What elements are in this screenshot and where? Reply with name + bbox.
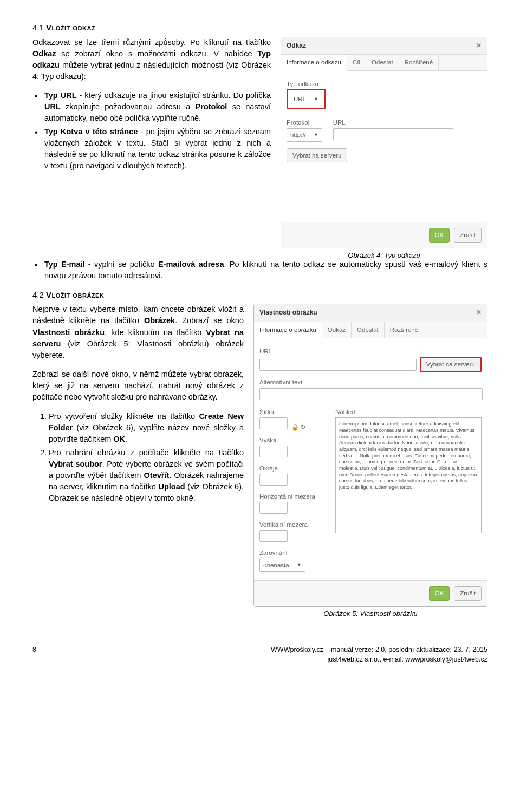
server-button[interactable]: Vybrat na serveru — [420, 357, 482, 372]
para-2: Nejprve v textu vyberte místo, kam chcet… — [32, 304, 244, 361]
bullets-1-cont: Typ E-mail - vyplní se políčko E-mailová… — [32, 259, 487, 281]
url-label: URL — [259, 347, 482, 356]
protokol-select[interactable]: http://▼ — [287, 128, 322, 142]
tab-odkaz[interactable]: Odkaz — [322, 322, 352, 338]
list-item: Typ E-mail - vyplní se políčko E-mailová… — [44, 259, 487, 281]
section-title: Vložit odkaz — [46, 23, 95, 32]
type-label: Typ odkazu — [287, 80, 482, 89]
lock-icon[interactable]: 🔒 ↻ — [291, 424, 306, 430]
type-select[interactable]: URL▼ — [290, 93, 322, 106]
dialog-odkaz: Odkaz ✕ Informace o odkazu Cíl Odeslat R… — [281, 37, 487, 248]
list-item: Typ Kotva v této stránce - po jejím výbě… — [44, 126, 271, 172]
para-3: Zobrazí se další nové okno, v němž můžet… — [32, 369, 244, 403]
okraje-label: Okraje — [259, 464, 330, 473]
section-heading-2: 4.2 Vložit obrázek — [32, 289, 487, 301]
list-item: Pro vytvoření složky klikněte na tlačítk… — [49, 411, 244, 445]
ok-button[interactable]: OK — [429, 228, 450, 243]
url-input[interactable] — [259, 359, 417, 371]
figure-caption-2: Obrázek 5: Vlastnosti obrázku — [323, 609, 417, 619]
alt-input[interactable] — [259, 388, 483, 400]
preview-box: Lorem ipsum dolor sit amet, consectetuer… — [335, 417, 482, 533]
protokol-label: Protokol — [287, 118, 322, 127]
page-footer: 8 WWWproškoly.cz – manuál verze: 2.0, po… — [32, 641, 487, 664]
figure-2: Vlastnosti obrázku ✕ Informace o obrázku… — [253, 304, 487, 619]
list-item: Pro nahrání obrázku z počítače klikněte … — [49, 447, 244, 504]
close-icon[interactable]: ✕ — [476, 308, 482, 317]
para-1: Odkazovat se lze třemi různými způsoby. … — [32, 37, 271, 82]
sirka-input[interactable] — [259, 417, 288, 429]
tab-info[interactable]: Informace o odkazu — [281, 55, 347, 71]
url-label: URL — [333, 118, 482, 127]
section-num: 4.1 — [32, 23, 44, 32]
chevron-down-icon: ▼ — [314, 96, 318, 103]
sirka-label: Šířka — [259, 408, 330, 417]
vyska-input[interactable] — [259, 446, 288, 457]
cancel-button[interactable]: Zrušit — [454, 586, 482, 601]
tab-cil[interactable]: Cíl — [347, 55, 366, 70]
url-input[interactable] — [333, 128, 453, 140]
list-item: Typ URL - který odkazuje na jinou existu… — [44, 90, 271, 124]
alt-label: Alternativní text — [259, 378, 482, 387]
footer-line2: just4web.cz s.r.o., e-mail: wwwproskoly@… — [271, 654, 487, 664]
tab-rozsirene[interactable]: Rozšířené — [385, 322, 424, 338]
section-title: Vložit obrázek — [46, 290, 104, 299]
chevron-down-icon: ▼ — [314, 132, 318, 139]
tab-rozsirene[interactable]: Rozšířené — [399, 55, 439, 70]
tab-odeslat[interactable]: Odeslat — [366, 55, 399, 70]
close-icon[interactable]: ✕ — [476, 41, 482, 50]
okraje-input[interactable] — [259, 474, 288, 486]
section-num: 4.2 — [32, 290, 44, 299]
server-button[interactable]: Vybrat na serveru — [287, 148, 347, 163]
bullets-1: Typ URL - který odkazuje na jinou existu… — [32, 90, 271, 172]
numbered-list: Pro vytvoření složky klikněte na tlačítk… — [32, 411, 244, 504]
dialog-title: Odkaz — [287, 41, 306, 50]
vyska-label: Výška — [259, 436, 330, 445]
zarovnani-label: Zarovnání — [259, 548, 330, 558]
hmezera-input[interactable] — [259, 502, 288, 514]
page-number: 8 — [32, 645, 36, 664]
dialog-title: Vlastnosti obrázku — [259, 308, 317, 317]
section-heading-1: 4.1 Vložit odkaz — [32, 22, 487, 34]
footer-line1: WWWproškoly.cz – manuál verze: 2.0, posl… — [271, 645, 487, 654]
vmezera-label: Vertikální mezera — [259, 520, 330, 529]
tab-info[interactable]: Informace o obrázku — [254, 322, 322, 338]
cancel-button[interactable]: Zrušit — [454, 228, 482, 243]
type-highlight: URL▼ — [287, 89, 326, 109]
nahled-label: Náhled — [335, 408, 482, 417]
tab-odeslat[interactable]: Odeslat — [352, 322, 385, 338]
zarovnani-select[interactable]: <nenasta▼ — [259, 559, 306, 572]
ok-button[interactable]: OK — [429, 586, 450, 601]
chevron-down-icon: ▼ — [297, 561, 302, 568]
figure-1: Odkaz ✕ Informace o odkazu Cíl Odeslat R… — [281, 37, 487, 261]
hmezera-label: Horizontální mezera — [259, 492, 330, 501]
vmezera-input[interactable] — [259, 530, 288, 542]
dialog-vlastnosti: Vlastnosti obrázku ✕ Informace o obrázku… — [253, 304, 487, 606]
